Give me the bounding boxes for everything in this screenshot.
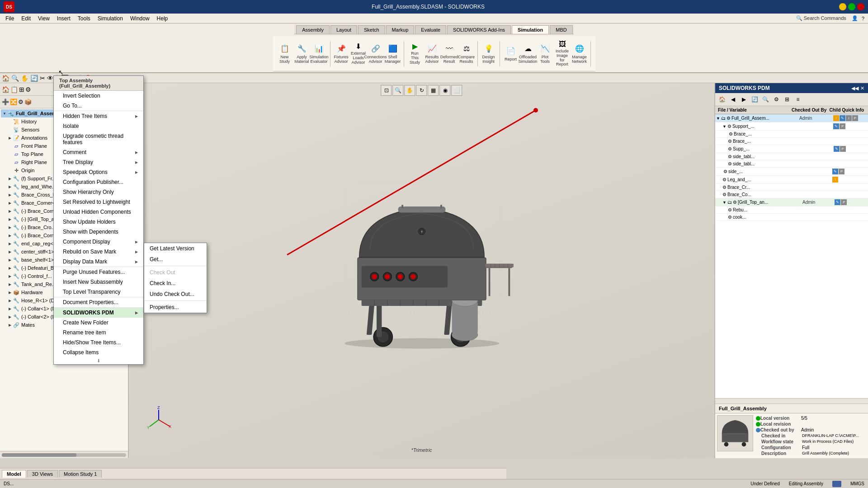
- pdm-row-brace2[interactable]: ⚙ Brace_...: [715, 138, 868, 145]
- ctx-speedpak[interactable]: Speedpak Options ▶: [54, 167, 143, 177]
- tab-3dviews[interactable]: 3D Views: [27, 470, 58, 478]
- ctx-component-display[interactable]: Component Display ▶: [54, 237, 143, 247]
- tab-sketch[interactable]: Sketch: [358, 25, 385, 34]
- tab-assembly[interactable]: Assembly: [296, 25, 330, 34]
- pdm-row-sidetabl1[interactable]: ⚙ side_tabl...: [715, 153, 868, 160]
- viewport-section-btn[interactable]: ✂: [40, 75, 45, 82]
- ctx-purge-unused[interactable]: Purge Unused Features...: [54, 267, 143, 277]
- pdm-collapse-btn[interactable]: ◀◀: [851, 85, 859, 91]
- pdm-row-side[interactable]: ⚙ side_... ✎ P: [715, 168, 868, 176]
- ctx-more-btn[interactable]: ⬇: [54, 357, 143, 364]
- menu-insert[interactable]: Insert: [53, 14, 74, 23]
- fixtures-advisor-button[interactable]: 📌FixturesAdvisor: [333, 42, 349, 65]
- ctx-create-folder[interactable]: Create New Folder: [54, 318, 143, 328]
- plot-tools-button[interactable]: 📉Plot Tools: [537, 42, 553, 65]
- tree-home-btn[interactable]: 🏠: [2, 86, 9, 93]
- tab-mbd[interactable]: MBD: [550, 25, 572, 34]
- ctx-tree-display[interactable]: Tree Display ▶: [54, 157, 143, 167]
- pdm-row-cook[interactable]: ⚙ cook...: [715, 214, 868, 221]
- vp-zoom-btn[interactable]: 🔍: [393, 85, 404, 96]
- pdm-home-btn[interactable]: 🏠: [717, 94, 727, 104]
- tree-gear-btn[interactable]: ⚙: [25, 86, 31, 93]
- ctx-rebuild-save[interactable]: Rebuild on Save Mark ▶: [54, 247, 143, 257]
- ctx-collapse-items[interactable]: Collapse Items: [54, 347, 143, 357]
- pdm-row-brace1[interactable]: ⚙ Brace_...: [715, 131, 868, 138]
- viewport-rotate-btn[interactable]: 🔄: [30, 75, 38, 82]
- shell-manager-button[interactable]: 🟦ShellManager: [385, 42, 401, 65]
- tree-pdm-btn[interactable]: 📦: [24, 99, 32, 105]
- pdm-forward-btn[interactable]: ▶: [739, 94, 749, 104]
- ctx-set-resolved[interactable]: Set Resolved to Lightweight: [54, 197, 143, 207]
- ctx-config-publisher[interactable]: Configuration Publisher...: [54, 177, 143, 187]
- offloaded-sim-button[interactable]: ☁OffloadedSimulation: [520, 42, 536, 65]
- ctx-unload-hidden[interactable]: Unload Hidden Components: [54, 207, 143, 217]
- compare-results-button[interactable]: ⚖CompareResults: [458, 42, 475, 65]
- tab-simulation[interactable]: Simulation: [512, 25, 549, 34]
- ctx-comment[interactable]: Comment ▶: [54, 147, 143, 157]
- pdm-row-bracecr[interactable]: ⚙ Brace_Cr...: [715, 184, 868, 191]
- pdm-grid-btn[interactable]: ⊞: [782, 94, 792, 104]
- pdm-undo-check-out[interactable]: Undo Check Out...: [144, 289, 207, 300]
- viewport-zoom-btn[interactable]: 🔍: [11, 75, 19, 82]
- design-insight-button[interactable]: 💡DesignInsight: [481, 42, 497, 65]
- viewport-pan-btn[interactable]: ✋: [21, 75, 28, 82]
- ctx-isolate[interactable]: Isolate: [54, 121, 143, 131]
- tab-addins[interactable]: SOLIDWORKS Add-Ins: [447, 25, 511, 34]
- pdm-refresh-btn[interactable]: 🔄: [750, 94, 760, 104]
- deformed-result-button[interactable]: 〰DeformedResult: [441, 42, 458, 65]
- vp-fit-btn[interactable]: ⊡: [381, 85, 392, 96]
- report-button[interactable]: 📄Report: [503, 42, 519, 65]
- pdm-get[interactable]: Get...: [144, 254, 207, 265]
- tree-scrollbar[interactable]: [0, 451, 128, 458]
- pdm-properties[interactable]: Properties...: [144, 302, 207, 313]
- new-study-button[interactable]: 📋NewStudy: [277, 42, 293, 65]
- tab-evaluate[interactable]: Evaluate: [415, 25, 446, 34]
- viewport-fit-btn[interactable]: 🏠: [2, 75, 9, 82]
- tree-list-btn[interactable]: 📋: [10, 86, 18, 93]
- help-icon[interactable]: ?: [860, 16, 866, 21]
- menu-edit[interactable]: Edit: [18, 14, 34, 23]
- vp-wireframe-btn[interactable]: ⬜: [452, 85, 462, 96]
- connections-button[interactable]: 🔗ConnectionsAdvisor: [368, 42, 384, 65]
- pdm-row-braceco[interactable]: ⚙ Brace_Co...: [715, 191, 868, 198]
- close-button[interactable]: [857, 3, 864, 10]
- vp-section-btn[interactable]: ▦: [428, 85, 439, 96]
- tree-config-btn[interactable]: ⚙: [18, 99, 24, 105]
- pdm-row-grilltop[interactable]: ▼ 🗂 ⚙ [Grill_Top_an... Admin ✎ P: [715, 198, 868, 206]
- menu-file[interactable]: File: [2, 14, 18, 23]
- apply-material-button[interactable]: 🔧ApplyMaterial: [294, 42, 310, 65]
- ctx-show-hierarchy[interactable]: Show Hierarchy Only: [54, 187, 143, 197]
- menu-tools[interactable]: Tools: [74, 14, 94, 23]
- tree-grid-btn[interactable]: ⊞: [19, 86, 24, 93]
- ctx-show-update-holders[interactable]: Show Update Holders: [54, 217, 143, 227]
- pdm-row-rebu[interactable]: ⚙ Rebu...: [715, 206, 868, 214]
- viewport[interactable]: ⊡ 🔍 ✋ ↻ ▦ ◉ ⬜ ↖ ⬚ 📐 📝 📷 💡 🌄 🎨: [129, 83, 714, 458]
- menu-view[interactable]: View: [34, 14, 53, 23]
- tree-add-btn[interactable]: ➕: [2, 99, 9, 105]
- ctx-upgrade-cosmetic[interactable]: Upgrade cosmetic thread features: [54, 131, 143, 147]
- ctx-insert-new-sub[interactable]: Insert New Subassembly: [54, 277, 143, 287]
- ctx-hide-show-tree[interactable]: Hide/Show Tree Items...: [54, 338, 143, 347]
- sim-evaluator-button[interactable]: 📊SimulationEvaluator: [311, 42, 327, 65]
- pdm-row-leg[interactable]: ⚙ Leg_and_... !: [715, 176, 868, 184]
- pdm-get-latest[interactable]: Get Latest Version: [144, 243, 207, 254]
- tab-markup[interactable]: Markup: [386, 25, 415, 34]
- pdm-search-btn[interactable]: ⚙: [771, 94, 781, 104]
- tree-move-btn[interactable]: 🔀: [10, 99, 17, 105]
- ctx-goto[interactable]: Go To...: [54, 101, 143, 111]
- results-advisor-button[interactable]: 📈ResultsAdvisor: [424, 42, 440, 65]
- restore-button[interactable]: [848, 3, 855, 10]
- pdm-row-sidetabl2[interactable]: ⚙ side_tabl...: [715, 160, 868, 168]
- include-image-button[interactable]: 🖼Include Imagefor Report: [554, 42, 571, 65]
- pdm-row-root[interactable]: ▼ 🗂 ⚙ Full_Grill_Assem... Admin ! ✎ I P: [715, 114, 868, 122]
- tab-layout[interactable]: Layout: [330, 25, 357, 34]
- menu-window[interactable]: Window: [127, 14, 153, 23]
- viewport-view-btn[interactable]: 👁: [47, 75, 53, 82]
- tab-motion-study[interactable]: Motion Study 1: [59, 470, 102, 478]
- ctx-hidden-tree[interactable]: Hidden Tree Items ▶: [54, 111, 143, 121]
- menu-simulation[interactable]: Simulation: [94, 14, 127, 23]
- pdm-list-btn[interactable]: ≡: [793, 94, 803, 104]
- pdm-filter-btn[interactable]: 🔍: [760, 94, 770, 104]
- tab-model[interactable]: Model: [2, 470, 26, 478]
- ctx-doc-props[interactable]: Document Properties...: [54, 297, 143, 307]
